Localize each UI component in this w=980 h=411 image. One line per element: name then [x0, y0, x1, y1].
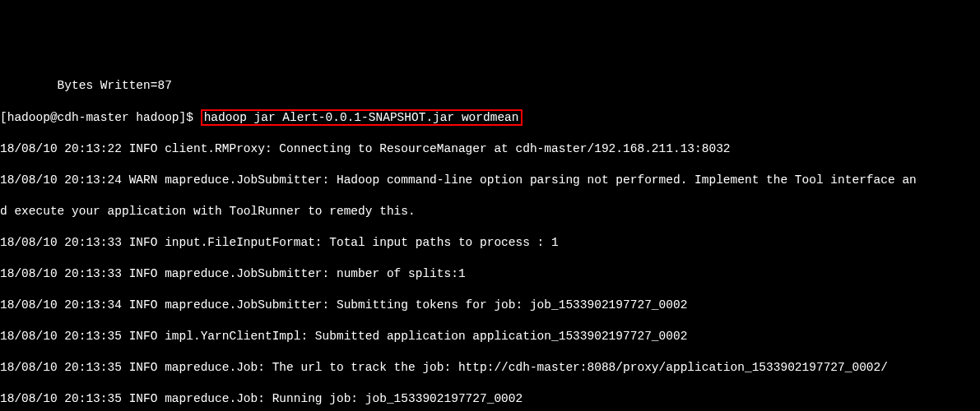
log-line: 18/08/10 20:13:22 INFO client.RMProxy: C…	[0, 141, 980, 157]
log-line: 18/08/10 20:13:34 INFO mapreduce.JobSubm…	[0, 298, 980, 313]
log-line: 18/08/10 20:13:24 WARN mapreduce.JobSubm…	[0, 173, 980, 188]
previous-output-tail: Bytes Written=87	[0, 78, 980, 94]
terminal[interactable]: Bytes Written=87 [hadoop@cdh-master hado…	[0, 62, 980, 411]
command-highlight: hadoop jar Alert-0.0.1-SNAPSHOT.jar word…	[201, 109, 523, 126]
prompt-line: [hadoop@cdh-master hadoop]$ hadoop jar A…	[0, 109, 980, 126]
log-line: 18/08/10 20:13:33 INFO mapreduce.JobSubm…	[0, 266, 980, 282]
log-line: 18/08/10 20:13:35 INFO impl.YarnClientIm…	[0, 329, 980, 344]
log-line: 18/08/10 20:13:35 INFO mapreduce.Job: Th…	[0, 360, 980, 376]
log-line: 18/08/10 20:13:33 INFO input.FileInputFo…	[0, 235, 980, 251]
log-line: 18/08/10 20:13:35 INFO mapreduce.Job: Ru…	[0, 391, 980, 407]
log-line: d execute your application with ToolRunn…	[0, 204, 980, 219]
shell-prompt: [hadoop@cdh-master hadoop]$	[0, 111, 201, 124]
